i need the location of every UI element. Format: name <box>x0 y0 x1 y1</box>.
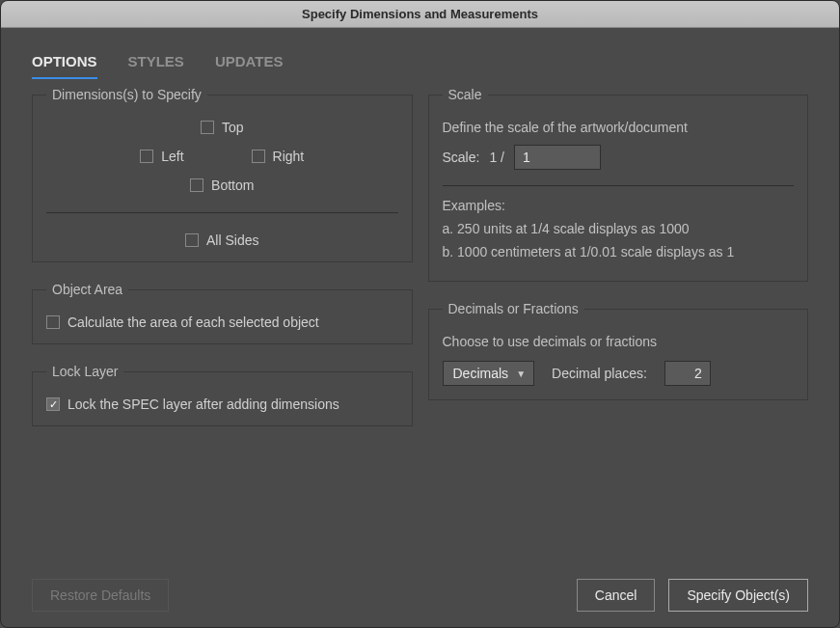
checkbox-bottom-label: Bottom <box>211 177 254 193</box>
checkbox-top[interactable]: Top <box>201 120 244 135</box>
examples-header: Examples: <box>443 198 795 213</box>
scale-examples: Examples: a. 250 units at 1/4 scale disp… <box>443 198 795 259</box>
group-object-area-legend: Object Area <box>46 282 128 297</box>
left-column: Dimensions(s) to Specify Top Left <box>32 87 413 560</box>
group-dimensions-legend: Dimensions(s) to Specify <box>46 87 207 102</box>
footer-right-buttons: Cancel Specify Object(s) <box>577 579 808 612</box>
dialog-window: Specify Dimensions and Measurements OPTI… <box>0 0 840 628</box>
decimal-places-input[interactable] <box>664 361 711 386</box>
scale-label: Scale: <box>443 150 480 165</box>
checkbox-lock-layer[interactable]: ✓ Lock the SPEC layer after adding dimen… <box>46 396 398 412</box>
scale-input-row: Scale: 1 / <box>443 145 795 170</box>
checkbox-box-icon: ✓ <box>46 397 60 411</box>
tab-styles[interactable]: STYLES <box>128 47 184 79</box>
group-object-area: Object Area Calculate the area of each s… <box>32 282 413 344</box>
checkbox-box-icon <box>201 121 214 134</box>
checkbox-top-label: Top <box>222 120 244 135</box>
dialog-content: OPTIONS STYLES UPDATES Dimensions(s) to … <box>1 28 839 627</box>
tab-options[interactable]: OPTIONS <box>32 47 97 79</box>
checkbox-right-label: Right <box>273 149 305 164</box>
checkbox-bottom[interactable]: Bottom <box>190 177 254 193</box>
checkbox-left-label: Left <box>161 149 183 164</box>
decimal-places-label: Decimal places: <box>552 366 647 381</box>
scale-input[interactable] <box>514 145 601 170</box>
panel-area: Dimensions(s) to Specify Top Left <box>32 87 808 560</box>
group-scale-legend: Scale <box>443 87 488 102</box>
checkbox-right[interactable]: Right <box>252 149 305 164</box>
checkbox-lock-layer-label: Lock the SPEC layer after adding dimensi… <box>68 396 339 412</box>
scale-description: Define the scale of the artwork/document <box>443 120 795 135</box>
scale-one-over: 1 / <box>489 150 504 165</box>
checkbox-calculate-area-label: Calculate the area of each selected obje… <box>68 314 319 330</box>
restore-defaults-button[interactable]: Restore Defaults <box>32 579 169 612</box>
checkbox-box-icon <box>252 150 265 163</box>
checkbox-left[interactable]: Left <box>140 149 183 164</box>
group-scale: Scale Define the scale of the artwork/do… <box>428 87 809 282</box>
group-lock-layer-legend: Lock Layer <box>46 364 123 379</box>
tab-bar: OPTIONS STYLES UPDATES <box>32 47 808 79</box>
checkbox-all-sides[interactable]: All Sides <box>185 232 258 248</box>
specify-objects-button[interactable]: Specify Object(s) <box>668 579 808 612</box>
dimensions-middle-row: Left Right <box>140 149 304 164</box>
chevron-down-icon: ▼ <box>516 369 526 379</box>
checkbox-box-icon <box>190 178 203 192</box>
dimensions-controls: Top Left Right <box>46 120 398 248</box>
decimals-description: Choose to use decimals or fractions <box>443 334 795 349</box>
dialog-footer: Restore Defaults Cancel Specify Object(s… <box>32 560 808 612</box>
group-decimals-fractions: Decimals or Fractions Choose to use deci… <box>428 301 809 400</box>
tab-updates[interactable]: UPDATES <box>215 47 284 79</box>
checkbox-all-sides-label: All Sides <box>206 232 258 248</box>
checkbox-box-icon <box>140 150 153 163</box>
decimals-fractions-select[interactable]: Decimals ▼ <box>443 361 535 386</box>
window-title: Specify Dimensions and Measurements <box>302 7 538 21</box>
group-decimals-legend: Decimals or Fractions <box>443 301 584 316</box>
example-a: a. 250 units at 1/4 scale displays as 10… <box>443 221 795 236</box>
right-column: Scale Define the scale of the artwork/do… <box>428 87 809 560</box>
select-value: Decimals <box>453 366 509 381</box>
divider <box>443 185 795 186</box>
group-lock-layer: Lock Layer ✓ Lock the SPEC layer after a… <box>32 364 413 426</box>
titlebar: Specify Dimensions and Measurements <box>1 1 839 28</box>
checkbox-calculate-area[interactable]: Calculate the area of each selected obje… <box>46 314 398 330</box>
checkbox-box-icon <box>46 315 60 329</box>
example-b: b. 1000 centimeters at 1/0.01 scale disp… <box>443 244 795 259</box>
decimals-controls-row: Decimals ▼ Decimal places: <box>443 361 795 386</box>
group-dimensions: Dimensions(s) to Specify Top Left <box>32 87 413 262</box>
divider <box>46 212 398 213</box>
cancel-button[interactable]: Cancel <box>577 579 656 612</box>
checkbox-box-icon <box>185 233 199 247</box>
